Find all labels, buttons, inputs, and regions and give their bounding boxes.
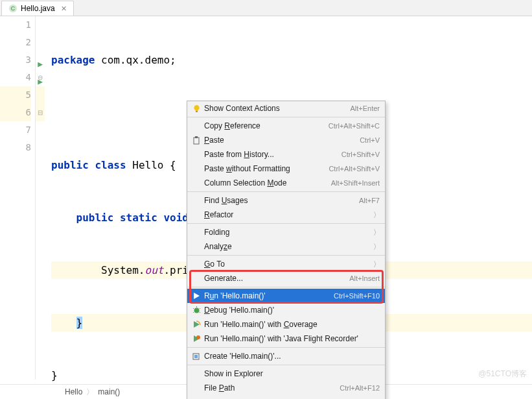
svg-point-6 (196, 335, 200, 339)
menu-item[interactable]: Run 'Hello.main()'Ctrl+Shift+F10 (187, 289, 385, 303)
blank-icon (190, 149, 203, 160)
chevron-right-icon: 〉 (373, 228, 380, 237)
menu-label: Column Selection Mode (203, 178, 331, 187)
watermark: @51CTO博客 (478, 369, 527, 380)
menu-item[interactable]: File PathCtrl+Alt+F12 (187, 381, 385, 395)
menu-item[interactable]: Debug 'Hello.main()' (187, 303, 385, 317)
menu-item[interactable]: Folding〉 (187, 225, 385, 239)
menu-separator (187, 191, 385, 192)
blank-icon (190, 178, 203, 188)
blank-icon (190, 259, 203, 269)
blank-icon (190, 241, 203, 252)
menu-label: Paste (203, 136, 360, 145)
menu-label: Run 'Hello.main()' with 'Java Flight Rec… (203, 334, 380, 343)
flight-icon (190, 333, 203, 344)
menu-label: Analyze (203, 242, 373, 251)
menu-item[interactable]: Paste without FormattingCtrl+Alt+Shift+V (187, 162, 385, 176)
menu-separator (187, 223, 385, 224)
menu-shortcut: Alt+F7 (359, 197, 380, 204)
menu-item[interactable]: Column Selection ModeAlt+Shift+Insert (187, 176, 385, 190)
chevron-right-icon: 〉 (86, 387, 94, 398)
menu-item[interactable]: Find UsagesAlt+F7 (187, 193, 385, 208)
blank-icon (190, 163, 203, 174)
line-number: 7 (0, 121, 31, 139)
svg-rect-2 (196, 111, 198, 112)
run-icon (190, 291, 203, 301)
blank-icon (190, 210, 203, 220)
menu-item[interactable]: Create 'Hello.main()'... (187, 349, 385, 363)
menu-separator (187, 287, 385, 287)
context-menu: Show Context ActionsAlt+EnterCopy Refere… (187, 101, 386, 399)
menu-shortcut: Ctrl+V (360, 136, 380, 144)
menu-item[interactable]: Show in Explorer (187, 367, 385, 381)
line-number: 2 (0, 34, 31, 51)
blank-icon (190, 273, 203, 284)
menu-label: Show Context Actions (203, 104, 350, 113)
menu-item[interactable]: PasteCtrl+V (187, 133, 385, 147)
line-number: 6 (0, 104, 31, 121)
menu-item[interactable]: Run 'Hello.main()' with 'Java Flight Rec… (187, 332, 385, 346)
menu-separator (187, 347, 385, 348)
menu-item[interactable]: Refactor〉 (187, 208, 385, 222)
menu-label: Paste from History... (203, 150, 341, 159)
menu-label: Refactor (203, 210, 373, 219)
file-tab[interactable]: C Hello.java ✕ (1, 1, 74, 16)
tab-bar: C Hello.java ✕ (0, 0, 532, 16)
menu-item[interactable]: Run 'Hello.main()' with Coverage (187, 317, 385, 332)
menu-separator (187, 255, 385, 256)
menu-label: Copy Reference (203, 121, 329, 130)
svg-text:C: C (11, 5, 16, 12)
line-number: 4▶ (0, 69, 31, 86)
menu-label: Create 'Hello.main()'... (203, 352, 380, 361)
menu-label: Find Usages (203, 196, 359, 205)
fold-icon[interactable]: ⊟ (36, 104, 45, 121)
line-gutter: 1 2 3▶ 4▶ 5 6 7 8 (0, 16, 36, 380)
menu-item[interactable]: Go To〉 (187, 257, 385, 271)
svg-point-5 (194, 308, 199, 313)
menu-shortcut: Alt+Insert (349, 274, 380, 282)
chevron-right-icon: 〉 (373, 210, 380, 220)
breadcrumb-item[interactable]: main() (98, 387, 120, 396)
create-icon (190, 351, 203, 361)
run-gutter-icon[interactable]: ▶ (38, 55, 43, 73)
menu-shortcut: Alt+Enter (350, 104, 380, 112)
chevron-right-icon: 〉 (373, 260, 380, 269)
breadcrumb-item[interactable]: Hello (65, 387, 82, 396)
blank-icon (190, 227, 203, 237)
menu-shortcut: Ctrl+Shift+F10 (334, 292, 380, 300)
blank-icon (190, 195, 203, 206)
menu-label: Run 'Hello.main()' (203, 291, 334, 300)
svg-rect-8 (194, 355, 198, 358)
menu-item[interactable]: Generate...Alt+Insert (187, 271, 385, 285)
menu-separator (187, 117, 385, 117)
menu-item[interactable]: Open in Terminal (187, 395, 385, 399)
tab-filename: Hello.java (21, 4, 55, 13)
blank-icon (190, 369, 203, 379)
chevron-right-icon: 〉 (373, 242, 380, 252)
blank-icon (190, 121, 203, 131)
java-class-icon: C (8, 4, 17, 13)
line-number: 5 (0, 86, 31, 104)
bulb-icon (190, 103, 203, 114)
svg-rect-4 (195, 136, 198, 138)
line-number: 3▶ (0, 51, 31, 69)
blank-icon (190, 383, 203, 393)
menu-label: Paste without Formatting (203, 164, 329, 173)
menu-shortcut: Ctrl+Alt+Shift+C (329, 122, 380, 130)
close-icon[interactable]: ✕ (61, 5, 67, 13)
paste-icon (190, 135, 203, 145)
menu-label: Generate... (203, 274, 349, 283)
menu-shortcut: Ctrl+Shift+V (341, 151, 380, 158)
menu-label: File Path (203, 383, 340, 393)
menu-shortcut: Ctrl+Alt+Shift+V (329, 165, 380, 173)
menu-label: Show in Explorer (203, 369, 380, 378)
run-gutter-icon[interactable]: ▶ (38, 73, 43, 90)
menu-shortcut: Ctrl+Alt+F12 (340, 384, 380, 392)
menu-separator (187, 365, 385, 365)
menu-item[interactable]: Copy ReferenceCtrl+Alt+Shift+C (187, 119, 385, 133)
debug-icon (190, 305, 203, 315)
svg-rect-3 (194, 138, 199, 144)
menu-item[interactable]: Show Context ActionsAlt+Enter (187, 101, 385, 115)
menu-item[interactable]: Analyze〉 (187, 239, 385, 254)
menu-item[interactable]: Paste from History...Ctrl+Shift+V (187, 147, 385, 162)
